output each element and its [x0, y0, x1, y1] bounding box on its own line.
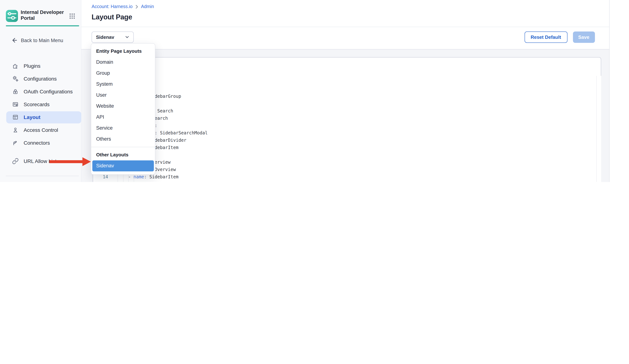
menu-item-others[interactable]: Others [91, 134, 155, 145]
code-line[interactable]: 2 children: [93, 85, 596, 93]
sidebar-item-plugins[interactable]: Plugins [6, 60, 81, 72]
connector-icon [12, 139, 18, 146]
sidebar-item-layout[interactable]: Layout [6, 111, 81, 123]
sidebar-item-scorecards[interactable]: Scorecards [6, 98, 81, 111]
idp-logo-icon [6, 10, 18, 22]
menu-divider [91, 147, 155, 147]
sidebar-item-label: Layout [24, 114, 40, 120]
menu-item-api[interactable]: API [91, 112, 155, 123]
sidebar-item-label: Configurations [24, 76, 57, 82]
code-editor[interactable]: 1page:2 children:3 - name: SidebarGroup4… [93, 78, 596, 182]
code-text: props: [118, 180, 149, 182]
code-line[interactable]: 5 label: Search [93, 107, 596, 115]
menu-item-website[interactable]: Website [91, 101, 155, 112]
right-rail: AIDA [609, 0, 629, 182]
sidebar-item-label: Scorecards [24, 102, 50, 107]
editor-scrollbar-track[interactable] [596, 76, 601, 182]
code-line[interactable]: 8 - name: SidebarSearchModal [93, 129, 596, 136]
sidebar-item-oauth-configurations[interactable]: OAuth Configurations [6, 86, 81, 98]
sidebar-item-label: Plugins [24, 63, 40, 69]
menu-item-service[interactable]: Service [91, 123, 155, 134]
layout-icon [12, 114, 18, 121]
breadcrumb-admin-link[interactable]: Admin [141, 4, 154, 9]
code-line[interactable]: 9 - name: SidebarDivider [93, 136, 596, 144]
app-grid-icon[interactable] [69, 13, 75, 19]
reset-default-button[interactable]: Reset Default [524, 31, 567, 43]
back-label: Back to Main Menu [21, 37, 63, 43]
save-button[interactable]: Save [573, 31, 595, 43]
layout-type-value: Sidenav [96, 34, 114, 40]
menu-item-sidenav[interactable]: Sidenav [92, 160, 154, 171]
gears-icon [12, 75, 18, 82]
page-title: Layout Page [92, 13, 132, 21]
menu-item-system[interactable]: System [91, 79, 155, 90]
app-title: Internal DeveloperPortal [21, 9, 68, 21]
code-line[interactable]: 14 - name: SidebarItem [93, 173, 596, 180]
back-arrow-icon [11, 37, 17, 44]
code-line[interactable]: 4 props: [93, 100, 596, 107]
sidebar: Internal DeveloperPortal Back to Main Me… [0, 0, 81, 182]
person-icon [12, 127, 18, 133]
code-line[interactable]: 15 props: [93, 180, 596, 182]
scorecard-icon [12, 101, 18, 108]
menu-item-group[interactable]: Group [91, 68, 155, 79]
lock-icon [12, 88, 18, 95]
menu-section-header: Entity Page Layouts [91, 46, 155, 57]
sidebar-item-label: URL Allow List [24, 158, 57, 164]
sidebar-item-configurations[interactable]: Configurations [6, 73, 81, 85]
sidebar-item-access-control[interactable]: Access Control [6, 124, 81, 136]
header-divider [81, 27, 609, 27]
line-number: 15 [93, 180, 108, 182]
menu-section-header: Other Layouts [91, 149, 155, 160]
app-root: Internal DeveloperPortal Back to Main Me… [0, 0, 629, 182]
sidebar-item-label: Access Control [24, 127, 58, 133]
code-line[interactable]: 11 props: [93, 151, 596, 158]
breadcrumb-chevron-icon [135, 4, 139, 8]
code-line[interactable]: 12 to: overview [93, 158, 596, 166]
link-icon [12, 158, 18, 164]
code-line[interactable]: 7 children: [93, 122, 596, 129]
code-line[interactable]: 10 - name: SidebarItem [93, 144, 596, 151]
sidebar-item-url-allow-list[interactable]: URL Allow List [6, 155, 81, 167]
brand-divider [6, 25, 79, 26]
menu-item-domain[interactable]: Domain [91, 57, 155, 68]
code-line[interactable]: 6 to: /search [93, 115, 596, 122]
menu-item-user[interactable]: User [91, 90, 155, 101]
layout-type-menu: Entity Page LayoutsDomainGroupSystemUser… [91, 43, 155, 175]
sidebar-item-label: Connectors [24, 140, 50, 146]
breadcrumb: Account: Harness.io Admin [92, 4, 154, 9]
layout-type-select[interactable]: Sidenav [92, 31, 134, 43]
chevron-down-icon [125, 35, 129, 39]
back-to-main-menu[interactable]: Back to Main Menu [11, 36, 77, 44]
sidebar-item-label: OAuth Configurations [24, 89, 73, 95]
sidebar-item-connectors[interactable]: Connectors [6, 137, 81, 149]
code-line[interactable]: 1page: [93, 78, 596, 85]
code-line[interactable]: 3 - name: SidebarGroup [93, 93, 596, 100]
puzzle-icon [12, 63, 18, 69]
code-line[interactable]: 13 text: Overview [93, 166, 596, 173]
breadcrumb-account-link[interactable]: Account: Harness.io [92, 4, 133, 9]
sidebar-divider [6, 176, 79, 176]
